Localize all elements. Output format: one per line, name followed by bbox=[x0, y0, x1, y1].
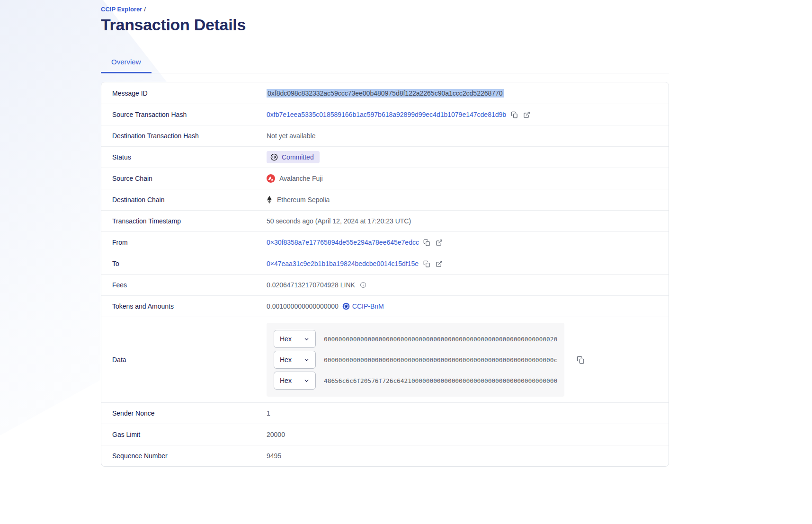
ethereum-icon bbox=[267, 195, 273, 204]
table-row-fees: Fees 0.020647132170704928 LINK bbox=[101, 274, 669, 295]
avalanche-icon bbox=[267, 174, 275, 183]
data-line: Hex 000000000000000000000000000000000000… bbox=[274, 330, 557, 348]
message-id-label: Message ID bbox=[112, 89, 267, 97]
from-address-link[interactable]: 0×30f8358a7e17765894de55e294a78ee645e7ed… bbox=[267, 239, 419, 246]
token-link[interactable]: CCIP-BnM bbox=[342, 302, 384, 310]
chevron-down-icon bbox=[303, 357, 310, 363]
breadcrumb-separator: / bbox=[144, 6, 146, 13]
table-row-sender-nonce: Sender Nonce 1 bbox=[101, 402, 669, 424]
token-name: CCIP-BnM bbox=[352, 302, 384, 310]
table-row-to: To 0×47eaa31c9e2b1b1ba19824bedcbe0014c15… bbox=[101, 253, 669, 274]
sequence-number-value: 9495 bbox=[267, 452, 669, 460]
data-hex-line: 48656c6c6f20576f726c64210000000000000000… bbox=[324, 377, 557, 384]
breadcrumb: CCIP Explorer/ bbox=[101, 6, 669, 13]
transaction-details-card: Message ID 0xf8dc098c832332ac59ccc73ee00… bbox=[101, 82, 669, 467]
page-title: Transaction Details bbox=[101, 16, 669, 34]
main-content: CCIP Explorer/ Transaction Details Overv… bbox=[101, 0, 669, 467]
chevron-down-icon bbox=[303, 378, 310, 384]
sender-nonce-label: Sender Nonce bbox=[112, 409, 267, 417]
copy-icon[interactable] bbox=[422, 259, 431, 268]
fees-label: Fees bbox=[112, 281, 267, 289]
table-row-dest-tx-hash: Destination Transaction Hash Not yet ava… bbox=[101, 125, 669, 146]
to-address-link[interactable]: 0×47eaa31c9e2b1b1ba19824bedcbe0014c15df1… bbox=[267, 260, 419, 267]
encoding-select[interactable]: Hex bbox=[274, 372, 316, 390]
gas-limit-label: Gas Limit bbox=[112, 431, 267, 438]
dest-tx-hash-value: Not yet available bbox=[267, 132, 669, 140]
data-hex-line: 0000000000000000000000000000000000000000… bbox=[324, 336, 557, 343]
copy-icon[interactable] bbox=[423, 238, 431, 247]
timestamp-label: Transaction Timestamp bbox=[112, 217, 267, 225]
dest-chain-label: Destination Chain bbox=[112, 196, 267, 204]
sender-nonce-value: 1 bbox=[267, 409, 669, 417]
data-line: Hex 48656c6c6f20576f726c6421000000000000… bbox=[274, 372, 557, 390]
encoding-select-value: Hex bbox=[280, 356, 292, 364]
tokens-label: Tokens and Amounts bbox=[112, 302, 267, 310]
status-badge: Committed bbox=[267, 151, 320, 163]
ccip-bnm-token-icon bbox=[342, 302, 350, 310]
tab-overview[interactable]: Overview bbox=[101, 53, 152, 73]
dest-tx-hash-label: Destination Transaction Hash bbox=[112, 132, 267, 140]
table-row-from: From 0×30f8358a7e17765894de55e294a78ee64… bbox=[101, 231, 669, 253]
table-row-tokens: Tokens and Amounts 0.001000000000000000 … bbox=[101, 295, 669, 317]
status-label: Status bbox=[112, 153, 267, 161]
data-line: Hex 000000000000000000000000000000000000… bbox=[274, 351, 557, 369]
source-chain-label: Source Chain bbox=[112, 175, 267, 182]
status-badge-text: Committed bbox=[282, 153, 314, 161]
encoding-select[interactable]: Hex bbox=[274, 351, 316, 369]
table-row-timestamp: Transaction Timestamp 50 seconds ago (Ap… bbox=[101, 210, 669, 231]
from-label: From bbox=[112, 239, 267, 246]
copy-icon[interactable] bbox=[576, 355, 585, 364]
token-amount: 0.001000000000000000 bbox=[267, 302, 339, 310]
message-id-value[interactable]: 0xf8dc098c832332ac59ccc73ee00b480975d8f1… bbox=[267, 89, 504, 98]
source-chain-value: Avalanche Fuji bbox=[279, 175, 323, 182]
gas-limit-value: 20000 bbox=[267, 431, 669, 438]
sequence-number-label: Sequence Number bbox=[112, 452, 267, 460]
dest-chain-value: Ethereum Sepolia bbox=[277, 196, 330, 204]
data-hex-line: 0000000000000000000000000000000000000000… bbox=[324, 356, 557, 364]
to-label: To bbox=[112, 260, 267, 267]
tab-bar: Overview bbox=[101, 53, 669, 73]
data-label: Data bbox=[112, 356, 267, 364]
table-row-sequence-number: Sequence Number 9495 bbox=[101, 445, 669, 466]
table-row-source-tx-hash: Source Transaction Hash 0xfb7e1eea5335c0… bbox=[101, 104, 669, 125]
source-tx-hash-label: Source Transaction Hash bbox=[112, 111, 267, 118]
source-tx-hash-link[interactable]: 0xfb7e1eea5335c018589166b1ac597b618a9289… bbox=[267, 111, 506, 118]
chevron-down-icon bbox=[303, 336, 310, 342]
info-icon[interactable] bbox=[359, 281, 367, 289]
copy-icon[interactable] bbox=[510, 110, 518, 119]
data-hex-panel: Hex 000000000000000000000000000000000000… bbox=[267, 323, 564, 397]
committed-status-icon bbox=[270, 153, 278, 161]
encoding-select-value: Hex bbox=[280, 377, 292, 384]
table-row-dest-chain: Destination Chain Ethereum Sepolia bbox=[101, 189, 669, 210]
table-row-message-id: Message ID 0xf8dc098c832332ac59ccc73ee00… bbox=[101, 82, 669, 104]
external-link-icon[interactable] bbox=[522, 110, 531, 119]
table-row-data: Data Hex 0000000000000000000000000000000… bbox=[101, 317, 669, 402]
external-link-icon[interactable] bbox=[435, 238, 444, 247]
timestamp-value: 50 seconds ago (April 12, 2024 at 17:20:… bbox=[267, 217, 669, 225]
table-row-gas-limit: Gas Limit 20000 bbox=[101, 424, 669, 445]
encoding-select-value: Hex bbox=[280, 335, 292, 343]
encoding-select[interactable]: Hex bbox=[274, 330, 316, 348]
external-link-icon[interactable] bbox=[435, 259, 443, 268]
table-row-source-chain: Source Chain Avalanche Fuji bbox=[101, 168, 669, 189]
fees-value: 0.020647132170704928 LINK bbox=[267, 281, 355, 289]
breadcrumb-ccip-explorer-link[interactable]: CCIP Explorer bbox=[101, 6, 142, 13]
table-row-status: Status Committed bbox=[101, 146, 669, 168]
